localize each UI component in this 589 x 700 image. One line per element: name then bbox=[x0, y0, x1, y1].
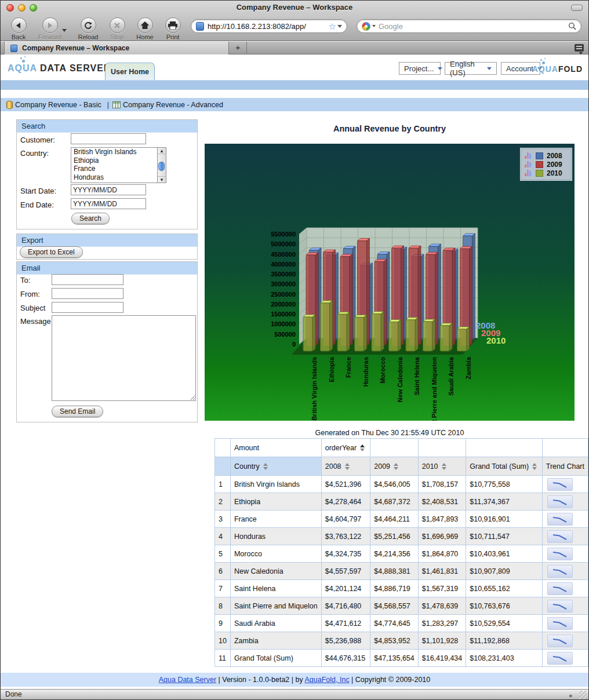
url-bar[interactable]: http://10.168.2.213:8082/app/ ☆ bbox=[191, 19, 347, 33]
trend-chart-icon[interactable] bbox=[547, 495, 573, 508]
aquafold-link[interactable]: AquaFold, Inc bbox=[305, 676, 350, 684]
sort-icon[interactable] bbox=[442, 463, 446, 470]
column-header-trend-chart: Trend Chart bbox=[542, 457, 588, 476]
forward-button[interactable]: Forward bbox=[34, 17, 66, 41]
new-tab-button[interactable]: + bbox=[230, 42, 247, 54]
language-dropdown[interactable]: English (US) bbox=[445, 62, 497, 75]
resize-grip[interactable] bbox=[579, 691, 587, 699]
cell-total: $10,907,809 bbox=[466, 563, 542, 580]
reload-button[interactable]: Reload bbox=[72, 17, 104, 41]
country-listbox-scrollbar[interactable]: ▲ ▼ bbox=[158, 147, 166, 183]
trend-chart-icon[interactable] bbox=[547, 478, 573, 491]
cell-y2009: $4,886,719 bbox=[370, 580, 419, 597]
sort-icon[interactable] bbox=[532, 463, 537, 470]
country-listbox[interactable]: British Virgin IslandsEthiopiaFranceHond… bbox=[71, 147, 158, 183]
email-to-input[interactable] bbox=[52, 274, 123, 285]
trend-chart-icon[interactable] bbox=[547, 548, 573, 560]
home-button[interactable]: Home bbox=[129, 17, 161, 41]
trend-chart-icon[interactable] bbox=[547, 530, 573, 543]
column-header-2009[interactable]: 2009 bbox=[370, 457, 419, 476]
app-header: AQUA DATA SERVER User Home Project... En… bbox=[1, 55, 588, 80]
trend-chart-icon[interactable] bbox=[547, 513, 573, 526]
orderyear-group-header[interactable]: orderYear bbox=[321, 439, 370, 457]
tab-user-home[interactable]: User Home bbox=[105, 63, 155, 80]
web-search-bar[interactable]: Google bbox=[357, 19, 581, 33]
search-placeholder[interactable]: Google bbox=[379, 22, 568, 31]
breadcrumb-basic-link[interactable]: Company Revenue - Basic bbox=[15, 101, 101, 109]
email-panel: Email To: From: Subject Message Send Ema… bbox=[16, 261, 198, 422]
column-header-2008[interactable]: 2008 bbox=[321, 457, 370, 476]
trend-chart-icon[interactable] bbox=[547, 617, 573, 630]
history-dropdown-caret[interactable] bbox=[62, 29, 67, 32]
start-date-input[interactable] bbox=[71, 184, 146, 195]
scroll-thumb[interactable] bbox=[158, 162, 165, 171]
aqua-data-server-link[interactable]: Aqua Data Server bbox=[159, 676, 216, 684]
print-button[interactable]: Print bbox=[157, 17, 188, 41]
minimize-window-button[interactable] bbox=[18, 4, 26, 12]
sort-icon[interactable] bbox=[263, 463, 268, 470]
email-from-input[interactable] bbox=[52, 288, 123, 299]
tab-overview-caret[interactable] bbox=[579, 52, 583, 54]
reload-icon bbox=[83, 21, 93, 30]
trend-chart-icon[interactable] bbox=[547, 652, 573, 665]
svg-text:Ethiopia: Ethiopia bbox=[328, 356, 335, 382]
table-body: 1British Virgin Islands$4,521,396$4,546,… bbox=[215, 476, 588, 667]
send-email-button[interactable]: Send Email bbox=[52, 406, 103, 417]
sort-icon[interactable] bbox=[345, 463, 350, 470]
zoom-window-button[interactable] bbox=[30, 4, 37, 12]
scroll-down-arrow[interactable]: ▼ bbox=[158, 176, 166, 183]
browser-chrome: Company Revenue – Workspace Back Forward… bbox=[1, 1, 588, 41]
tab-overview-icon[interactable] bbox=[575, 44, 584, 52]
bookmark-star-icon[interactable]: ☆ bbox=[329, 22, 336, 31]
email-message-textarea[interactable] bbox=[52, 315, 196, 401]
printer-icon bbox=[168, 21, 177, 30]
cell-country: France bbox=[230, 511, 321, 528]
column-header-2010[interactable]: 2010 bbox=[418, 457, 466, 476]
end-date-label: End Date: bbox=[20, 200, 54, 209]
export-panel: Export Export to Excel bbox=[16, 234, 198, 260]
cell-country: Zambia bbox=[230, 632, 321, 650]
legend-label: 2008 bbox=[547, 152, 562, 160]
project-dropdown[interactable]: Project... bbox=[399, 62, 441, 75]
legend-entry: 2009 bbox=[525, 160, 568, 169]
column-header-grand-total[interactable]: Grand Total (Sum) bbox=[466, 457, 542, 476]
sort-icon[interactable] bbox=[360, 444, 365, 451]
close-window-button[interactable] bbox=[6, 4, 14, 12]
collapse-toolbar-widget[interactable] bbox=[571, 5, 583, 11]
email-subject-input[interactable] bbox=[52, 302, 123, 313]
title-bar[interactable]: Company Revenue – Workspace bbox=[1, 1, 588, 16]
trend-chart-icon[interactable] bbox=[547, 635, 573, 647]
svg-text:2010: 2010 bbox=[486, 336, 506, 345]
sort-icon[interactable] bbox=[394, 463, 398, 470]
trend-chart-icon[interactable] bbox=[547, 600, 573, 612]
country-option[interactable]: British Virgin Islands bbox=[71, 148, 157, 156]
breadcrumb-advanced-link[interactable]: Company Revenue - Advanced bbox=[123, 101, 223, 109]
trend-chart-icon[interactable] bbox=[547, 565, 573, 578]
search-engine-caret[interactable] bbox=[372, 25, 376, 27]
url-text[interactable]: http://10.168.2.213:8082/app/ bbox=[208, 22, 328, 31]
amount-group-header: Amount bbox=[230, 439, 321, 457]
revenue-chart: 0500000100000015000002000000250000030000… bbox=[205, 144, 575, 421]
scroll-up-arrow[interactable]: ▲ bbox=[158, 148, 166, 154]
tab-company-revenue[interactable]: Company Revenue – Workspace bbox=[4, 42, 229, 54]
export-to-excel-button[interactable]: Export to Excel bbox=[20, 246, 83, 258]
trend-chart-icon[interactable] bbox=[547, 582, 573, 595]
end-date-input[interactable] bbox=[71, 198, 146, 209]
country-option[interactable]: France bbox=[71, 165, 157, 173]
stop-button[interactable]: Stop bbox=[101, 17, 133, 41]
cell-y2008: $4,604,797 bbox=[321, 511, 370, 528]
from-label: From: bbox=[20, 290, 40, 298]
column-header-country[interactable]: Country bbox=[230, 457, 321, 476]
search-button[interactable]: Search bbox=[71, 213, 110, 224]
svg-text:Saint Helena: Saint Helena bbox=[413, 356, 420, 395]
message-label: Message bbox=[20, 317, 51, 326]
country-option[interactable]: Ethiopia bbox=[71, 156, 157, 165]
country-option[interactable]: Honduras bbox=[71, 173, 157, 182]
table-row: 8Saint Pierre and Miquelon$4,716,480$4,5… bbox=[215, 597, 588, 615]
url-dropdown-caret[interactable] bbox=[337, 25, 342, 28]
cell-num: 3 bbox=[215, 511, 231, 528]
back-button[interactable]: Back bbox=[3, 17, 34, 41]
svg-text:4500000: 4500000 bbox=[271, 251, 296, 258]
customer-input[interactable] bbox=[71, 133, 146, 144]
search-panel-title: Search bbox=[17, 120, 197, 133]
